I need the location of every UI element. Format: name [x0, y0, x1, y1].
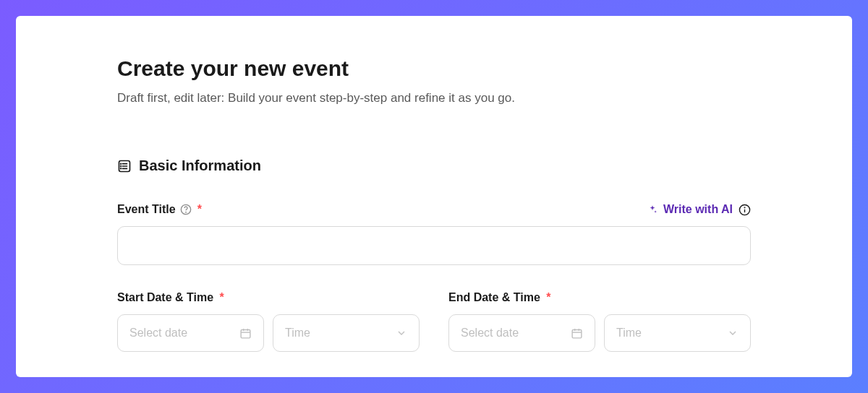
svg-point-8 [185, 212, 186, 212]
info-icon[interactable] [739, 204, 751, 216]
list-icon [117, 159, 132, 173]
chevron-down-icon [727, 327, 739, 339]
page-title: Create your new event [117, 56, 751, 81]
calendar-icon [571, 327, 583, 340]
start-date-input[interactable]: Select date [117, 314, 264, 352]
svg-point-6 [121, 168, 122, 168]
end-datetime-col: End Date & Time * Select date [448, 291, 751, 352]
page-subtitle: Draft first, edit later: Build your even… [117, 91, 751, 105]
required-indicator: * [197, 203, 202, 216]
start-datetime-label: Start Date & Time * [117, 291, 420, 304]
end-datetime-label: End Date & Time * [448, 291, 751, 304]
end-datetime-inputs: Select date Time [448, 314, 751, 352]
calendar-icon [239, 327, 252, 340]
write-with-ai-button[interactable]: Write with AI [647, 203, 751, 216]
help-icon[interactable] [180, 204, 192, 215]
svg-rect-16 [572, 329, 582, 337]
svg-rect-12 [241, 329, 250, 337]
svg-point-4 [121, 163, 122, 164]
event-title-row: Event Title * Write with AI [117, 203, 751, 216]
event-title-label: Event Title * [117, 203, 202, 216]
end-date-input[interactable]: Select date [448, 314, 595, 352]
event-title-input[interactable] [117, 226, 751, 265]
start-datetime-inputs: Select date Time [117, 314, 420, 352]
section-header: Basic Information [117, 157, 751, 174]
svg-point-11 [744, 207, 745, 207]
svg-point-5 [121, 165, 122, 166]
required-indicator: * [220, 291, 224, 303]
form-card: Create your new event Draft first, edit … [16, 16, 852, 377]
start-time-input[interactable]: Time [273, 314, 420, 352]
section-title: Basic Information [139, 157, 261, 174]
datetime-row: Start Date & Time * Select date [117, 291, 751, 352]
sparkle-icon [647, 204, 658, 215]
end-time-input[interactable]: Time [604, 314, 751, 352]
required-indicator: * [546, 291, 550, 303]
chevron-down-icon [396, 327, 407, 339]
start-datetime-col: Start Date & Time * Select date [117, 291, 420, 352]
